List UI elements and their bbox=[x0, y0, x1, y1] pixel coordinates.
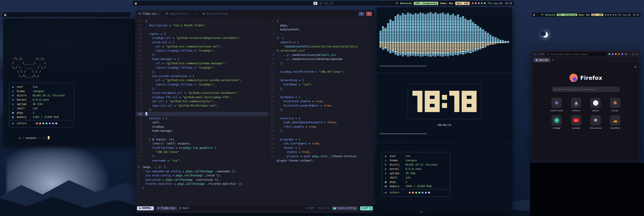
newtab-search-input[interactable] bbox=[558, 88, 618, 91]
shortcut-github[interactable]: github bbox=[590, 98, 601, 112]
shortcut-search.nixos[interactable]: ❄search.nixos bbox=[550, 98, 563, 112]
code-line[interactable]: 1{pkgs, ...}: { bbox=[136, 165, 374, 169]
shortcut-cloudflare[interactable]: ☁cloudflare bbox=[610, 115, 620, 129]
code-line[interactable]: 17 nixos-wsl = { bbox=[136, 40, 268, 44]
shell-prompt[interactable]: ⌂→canopus~››› bbox=[9, 131, 50, 144]
code-line[interactable]: 18 hardware = { bbox=[268, 95, 374, 99]
code-line[interactable]: 32 plugins = with pkgs.xfce; [thunar-arc… bbox=[268, 154, 374, 158]
refresh-button[interactable]: ↻ bbox=[541, 53, 544, 56]
code-line[interactable]: 13 home-manager = { bbox=[136, 57, 268, 61]
code-line[interactable]: plugin thunar-volman]; bbox=[268, 158, 374, 163]
extension-icon[interactable] bbox=[622, 53, 623, 55]
network-latency-widget[interactable]: Home: 8ms bbox=[440, 2, 453, 5]
code-line[interactable]: 12 url = "github:nix-community/home-mana… bbox=[136, 61, 268, 66]
tab-close-icon[interactable]: × bbox=[158, 12, 160, 16]
personalize-gear-icon[interactable]: ⚙ bbox=[634, 65, 637, 69]
terminal-fastfetch-window-2[interactable]: ♟usertux⌂hnamecanopus❄distroNixOS 24.11 … bbox=[377, 143, 512, 213]
back-button[interactable]: ← bbox=[534, 53, 536, 56]
code-line[interactable]: 10 ]; bbox=[268, 61, 374, 66]
terminal-fastfetch-window[interactable]: /\_/\ /\_/\ / _ \______/ _ \ \_/ \ ____ … bbox=[3, 19, 135, 146]
code-line[interactable]: 1 outputs = { bbox=[136, 116, 268, 120]
launcher-icon[interactable]: ▦ bbox=[533, 14, 535, 16]
code-line[interactable]: 15 inputs.nixpkgs.follows = "nixpkgs"; bbox=[136, 49, 268, 53]
code-line[interactable]: 11 username = "tux"; bbox=[136, 158, 268, 163]
code-line[interactable]: 23 security = { bbox=[268, 116, 374, 120]
tab-close-icon[interactable]: × bbox=[195, 12, 197, 16]
code-line[interactable]: 4 home-manager, bbox=[136, 129, 268, 133]
code-line[interactable]: 6 imports = [ bbox=[268, 40, 374, 44]
tray-icon-3[interactable] bbox=[481, 2, 482, 4]
editor-tab-flake.nix[interactable]: ❄flake.nix× bbox=[136, 10, 163, 17]
code-line[interactable]: 6 }; bbox=[136, 87, 268, 91]
clock-widget[interactable]: Thu Aug 08, 18:18 bbox=[618, 14, 639, 16]
code-line[interactable]: 2 self, bbox=[136, 120, 268, 125]
url-input[interactable] bbox=[550, 53, 605, 56]
code-line[interactable]: 1 tux-awesome-wm-config = pkgs.callPacka… bbox=[136, 169, 374, 173]
code-line[interactable]: 12 nixpkgs.hostPlatform = "x86_64-linux"… bbox=[268, 70, 374, 74]
code-line[interactable]: 20 bluetooth.powerOnBoot = true; bbox=[268, 103, 374, 108]
firefox-window[interactable]: ← → ↻ ≡ – □ × New Tab + bbox=[532, 51, 640, 161]
code-line[interactable]: 14 }; bbox=[136, 53, 268, 57]
code-line[interactable]: 13 bbox=[268, 74, 374, 78]
extension-icon[interactable] bbox=[608, 53, 610, 55]
extension-icon[interactable] bbox=[612, 53, 614, 55]
code-line[interactable]: 10 }; bbox=[136, 70, 268, 74]
code-line[interactable]: 3 nixpkgs, bbox=[136, 125, 268, 129]
code-line[interactable]: 14 networking = { bbox=[268, 78, 374, 82]
code-line[interactable]: 29 ssh.startAgent = true; bbox=[268, 141, 374, 146]
tray-icon-1[interactable] bbox=[475, 2, 476, 4]
code-line[interactable]: 27 bbox=[268, 133, 374, 137]
code-line[interactable]: 17 bbox=[268, 91, 374, 95]
code-line[interactable]: 2 tux-nvim-config = pkgs.callPackage ./n… bbox=[136, 173, 374, 178]
tab-new-tab[interactable]: New Tab bbox=[534, 58, 550, 62]
battery-widget[interactable]: Bat: 100 bbox=[455, 2, 470, 5]
code-line[interactable]: 5}: { bbox=[268, 36, 374, 40]
view-toggle-button[interactable]: ◎ bbox=[358, 12, 364, 16]
editor-pane-iso[interactable]: 1{2 pkgs,3 modulesPath,4 ...5}: {6 impor… bbox=[268, 17, 374, 163]
code-line[interactable]: 6 } @ inputs: let bbox=[136, 137, 268, 142]
shortcut-chatgpt[interactable]: ✻chatgpt bbox=[552, 115, 562, 129]
code-line[interactable]: 25 rtkit.enable = true; bbox=[268, 125, 374, 129]
code-line[interactable]: 23 bbox=[136, 112, 268, 116]
editor-pane-pkgs[interactable]: 1{pkgs, ...}: {1 tux-awesome-wm-config =… bbox=[136, 163, 374, 190]
code-line[interactable]: 1{ bbox=[268, 19, 374, 23]
workspace-button-2[interactable]: 2 bbox=[319, 2, 323, 5]
shortcut-youtube[interactable]: ▶youtube bbox=[571, 115, 581, 129]
maximize-button[interactable]: □ bbox=[632, 53, 634, 55]
code-line[interactable]: 9 nix-vscode-extensions = { bbox=[136, 74, 268, 78]
gpu-widget[interactable]: GPU: Integrated bbox=[556, 14, 577, 16]
launcher-icon[interactable]: ▦ bbox=[4, 13, 6, 16]
workspace-button-4[interactable]: 4 bbox=[330, 2, 334, 5]
code-line[interactable]: 3 nur.url = "github:nix-community/nur"; bbox=[136, 99, 268, 103]
code-line[interactable]: 1 }; bbox=[136, 108, 268, 112]
menu-icon[interactable]: ≡ bbox=[625, 53, 627, 56]
shortcut-amazon[interactable]: aamazon bbox=[571, 98, 581, 112]
forward-button[interactable]: → bbox=[538, 53, 540, 56]
tray-icon-0[interactable] bbox=[472, 2, 474, 4]
panel-close-button[interactable]: × bbox=[366, 12, 372, 16]
code-line[interactable]: 9 "x86_64-linux" bbox=[136, 150, 268, 154]
battery-widget[interactable]: Bat: 100 bbox=[591, 14, 603, 16]
clock-window[interactable]: ████ ██████ ████ ██████ ██ ██ ██ ██ ██ █… bbox=[377, 74, 512, 141]
code-line[interactable]: 20 bbox=[136, 27, 268, 32]
code-line[interactable]: 2 sops-nix.url = "github:Mic92/sops-nix"… bbox=[136, 103, 268, 108]
code-line[interactable]: 22 bbox=[268, 112, 374, 116]
code-line[interactable]: 18 nixpkgs.url = "github:nixos/nixpkgs/n… bbox=[136, 36, 268, 40]
tray-icon-4[interactable] bbox=[484, 2, 486, 4]
code-line[interactable]: 8 ../../modules/nixos/default.nix bbox=[268, 53, 374, 57]
network-latency-widget[interactable]: Home: 6ms bbox=[579, 14, 590, 16]
code-line[interactable]: 3 modulesPath, bbox=[268, 27, 374, 32]
code-line[interactable]: 11 inputs.nixpkgs.follows = "nixpkgs"; bbox=[136, 66, 268, 70]
extension-icon[interactable] bbox=[615, 53, 617, 55]
editor-tab-hosts/isoImag...[interactable]: ❄hosts/isoImag...× bbox=[200, 10, 238, 17]
clock-widget[interactable]: Thu Aug 08, 18:18 bbox=[488, 2, 512, 5]
gpu-widget[interactable]: GPU: Integrated bbox=[414, 2, 438, 5]
code-line[interactable]: 8 forAllSystems = nixpkgs.lib.genAttrs [ bbox=[136, 146, 268, 150]
code-line[interactable]: 5 ... bbox=[136, 133, 268, 137]
neovim-window[interactable]: ❄flake.nix×❄pkgs/default...×❄hosts/isoIm… bbox=[136, 10, 374, 213]
code-line[interactable]: 22{ bbox=[136, 19, 268, 23]
code-line[interactable]: 5 nixos-hardware.url = "github:nixos/nix… bbox=[136, 91, 268, 95]
code-line[interactable]: n-cd-minimal.nix" bbox=[268, 49, 374, 53]
newtab-search-bar[interactable] bbox=[552, 86, 620, 92]
tray-icon-4[interactable] bbox=[615, 14, 616, 16]
